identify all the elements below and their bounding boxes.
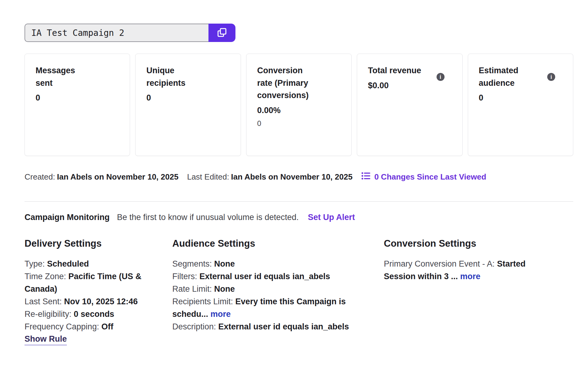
campaign-monitoring-title: Campaign Monitoring (25, 213, 109, 222)
created-info: Created:Ian Abels on November 10, 2025 (25, 172, 178, 182)
stat-title: Unique recipients (146, 64, 204, 89)
campaign-detail-page: Messages sent 0 Unique recipients 0 Conv… (0, 0, 588, 345)
stat-card-messages-sent: Messages sent 0 (25, 54, 130, 156)
stat-card-conversion-rate: Conversion rate (Primary conversions) 0.… (246, 54, 352, 156)
set-up-alert-link[interactable]: Set Up Alert (308, 213, 355, 222)
audience-settings-column: Audience Settings Segments: None Filters… (172, 238, 384, 345)
meta-row: Created:Ian Abels on November 10, 2025 L… (25, 172, 573, 182)
last-edited-info: Last Edited:Ian Abels on November 10, 20… (187, 172, 353, 182)
stat-value: 0 (146, 92, 231, 104)
conversion-settings-heading: Conversion Settings (384, 238, 573, 249)
delivery-settings-heading: Delivery Settings (25, 238, 172, 249)
delivery-row-frequency-capping: Frequency Capping: Off (25, 321, 144, 333)
delivery-row-last-sent: Last Sent: Nov 10, 2025 12:46 (25, 295, 144, 308)
stat-secondary-value: 0 (257, 118, 342, 129)
campaign-name-input[interactable] (25, 24, 208, 42)
delivery-settings-column: Delivery Settings Type: Scheduled Time Z… (25, 238, 172, 345)
stat-value: 0.00% (257, 104, 342, 117)
delivery-row-type: Type: Scheduled (25, 258, 144, 270)
copy-icon (216, 27, 227, 39)
audience-row-segments: Segments: None (172, 258, 356, 270)
conversion-event-more-link[interactable]: more (460, 272, 480, 281)
changelog-list-icon (361, 172, 370, 182)
audience-settings-heading: Audience Settings (172, 238, 384, 249)
audience-row-rate-limit: Rate Limit: None (172, 283, 356, 295)
stat-title: Messages sent (36, 64, 94, 89)
campaign-monitoring-description: Be the first to know if unusual volume i… (117, 213, 299, 222)
stat-value: 0 (479, 92, 564, 104)
recipients-limit-more-link[interactable]: more (211, 309, 231, 319)
audience-row-filters: Filters: External user id equals ian_abe… (172, 270, 356, 283)
conversion-row-primary-event: Primary Conversion Event - A: Started Se… (384, 258, 549, 283)
stat-card-total-revenue: Total revenue $0.00 i (357, 54, 462, 156)
stat-value: 0 (36, 92, 120, 104)
changes-link-label: 0 Changes Since Last Viewed (374, 172, 486, 182)
stat-title: Total revenue (368, 64, 426, 77)
copy-name-button[interactable] (208, 24, 235, 42)
stat-value: $0.00 (368, 79, 453, 92)
stat-card-unique-recipients: Unique recipients 0 (135, 54, 241, 156)
delivery-row-timezone: Time Zone: Pacific Time (US & Canada) (25, 270, 144, 295)
created-value: Ian Abels on November 10, 2025 (57, 172, 178, 181)
delivery-row-re-eligibility: Re-eligibility: 0 seconds (25, 308, 144, 321)
campaign-name-row (25, 24, 573, 42)
settings-columns: Delivery Settings Type: Scheduled Time Z… (25, 238, 573, 345)
info-icon[interactable]: i (437, 73, 445, 81)
stat-title: Estimated audience (479, 64, 537, 89)
last-edited-value: Ian Abels on November 10, 2025 (231, 172, 352, 181)
audience-row-recipients-limit: Recipients Limit: Every time this Campai… (172, 295, 356, 321)
stat-card-estimated-audience: Estimated audience 0 i (468, 54, 573, 156)
show-rule-link[interactable]: Show Rule (25, 334, 67, 345)
section-divider (25, 201, 573, 202)
conversion-settings-column: Conversion Settings Primary Conversion E… (384, 238, 573, 345)
stats-cards-row: Messages sent 0 Unique recipients 0 Conv… (25, 54, 573, 156)
info-icon[interactable]: i (547, 73, 555, 81)
audience-row-description: Description: External user id equals ian… (172, 321, 356, 333)
stat-title: Conversion rate (Primary conversions) (257, 64, 315, 102)
campaign-monitoring-row: Campaign Monitoring Be the first to know… (25, 213, 573, 222)
changes-since-last-viewed-link[interactable]: 0 Changes Since Last Viewed (361, 172, 486, 182)
